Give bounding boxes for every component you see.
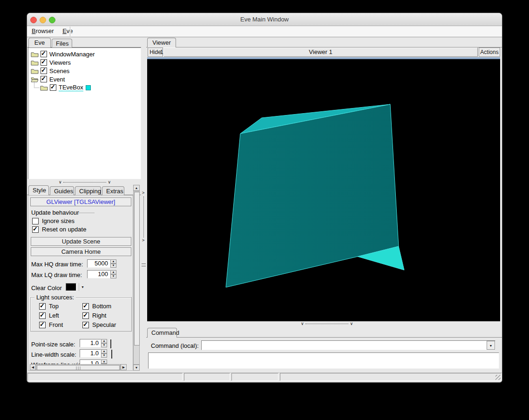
line-width-spinner[interactable]: ▲ ▼ bbox=[101, 349, 107, 358]
collapse-right-icon[interactable]: > bbox=[142, 238, 144, 242]
scrollbar-track[interactable] bbox=[36, 364, 121, 370]
light-bottom-row[interactable]: Bottom bbox=[82, 303, 111, 310]
tree-item-windowmanager[interactable]: WindowManager bbox=[31, 50, 95, 58]
tree-item-label[interactable]: Event bbox=[49, 76, 65, 83]
reset-on-update-checkbox[interactable] bbox=[32, 226, 39, 233]
menu-eve[interactable]: Eve bbox=[62, 27, 73, 34]
tab-extras[interactable]: Extras bbox=[102, 186, 124, 195]
splitter-grip[interactable] bbox=[142, 264, 146, 266]
line-width-field[interactable]: 1.0 bbox=[80, 349, 101, 358]
tree-item-viewers[interactable]: Viewers bbox=[31, 59, 71, 66]
tab-viewer-1[interactable]: Viewer 1 bbox=[147, 38, 176, 47]
ignore-sizes-row[interactable]: Ignore sizes bbox=[32, 217, 75, 224]
color-swatch[interactable] bbox=[86, 85, 91, 90]
left-splitter-handle[interactable]: ∨ ∨ bbox=[59, 180, 111, 185]
light-top-checkbox[interactable] bbox=[39, 303, 46, 310]
light-specular-row[interactable]: Specular bbox=[82, 321, 116, 328]
tree-checkbox[interactable] bbox=[41, 59, 47, 66]
point-size-field[interactable]: 1.0 bbox=[80, 339, 101, 347]
spin-up-icon[interactable]: ▲ bbox=[101, 359, 107, 364]
max-lq-field[interactable]: 100 bbox=[87, 270, 110, 278]
collapse-down-icon[interactable]: ∨ bbox=[350, 322, 353, 325]
viewer-title-bar[interactable]: Viewer 1 bbox=[163, 47, 478, 57]
tree-item-label[interactable]: TEveBox bbox=[59, 84, 83, 91]
tab-eve[interactable]: Eve bbox=[28, 38, 51, 47]
tree-item-tevebox[interactable]: TEveBox bbox=[40, 84, 91, 91]
spin-down-icon[interactable]: ▼ bbox=[101, 353, 107, 358]
light-left-checkbox[interactable] bbox=[39, 312, 46, 319]
collapse-down-icon[interactable]: ∨ bbox=[108, 180, 111, 184]
ignore-sizes-checkbox[interactable] bbox=[32, 218, 39, 224]
tab-command[interactable]: Command bbox=[147, 328, 177, 338]
light-front-row[interactable]: Front bbox=[39, 321, 63, 328]
scrollbar-track[interactable] bbox=[133, 191, 140, 365]
max-lq-spinner[interactable]: ▲ ▼ bbox=[110, 270, 116, 278]
viewer-splitter-handle[interactable]: ∨ ∨ bbox=[301, 322, 353, 326]
scrollbar-thumb[interactable] bbox=[134, 192, 140, 345]
clear-color-swatch[interactable] bbox=[66, 283, 76, 291]
update-scene-button[interactable]: Update Scene bbox=[31, 237, 131, 246]
close-window-icon[interactable] bbox=[30, 17, 37, 23]
color-dropdown-arrow-icon[interactable]: ▼ bbox=[79, 283, 86, 291]
light-right-row[interactable]: Right bbox=[82, 312, 106, 319]
tree-item-label[interactable]: Scenes bbox=[49, 68, 69, 75]
title-bar[interactable]: Eve Main Window bbox=[27, 13, 502, 26]
collapse-down-icon[interactable]: ∨ bbox=[59, 180, 62, 184]
command-combobox[interactable]: ▼ bbox=[201, 340, 495, 350]
resize-grip[interactable] bbox=[495, 375, 501, 380]
tree-checkbox[interactable] bbox=[41, 76, 47, 82]
line-width-checkbox[interactable] bbox=[111, 350, 112, 359]
spin-up-icon[interactable]: ▲ bbox=[110, 259, 116, 264]
command-input[interactable] bbox=[201, 340, 495, 350]
spin-up-icon[interactable]: ▲ bbox=[101, 349, 107, 353]
style-panel-vscrollbar[interactable]: ▲ ▼ bbox=[133, 185, 140, 371]
max-hq-spinner[interactable]: ▲ ▼ bbox=[110, 259, 116, 268]
light-top-row[interactable]: Top bbox=[39, 303, 59, 310]
minimize-window-icon[interactable] bbox=[40, 17, 46, 23]
reset-on-update-row[interactable]: Reset on update bbox=[32, 226, 86, 233]
tab-baseline bbox=[146, 337, 502, 338]
scroll-up-icon[interactable]: ▲ bbox=[133, 185, 140, 191]
spin-down-icon[interactable]: ▼ bbox=[101, 343, 107, 347]
tree-checkbox[interactable] bbox=[50, 84, 56, 91]
tab-guides[interactable]: Guides bbox=[50, 186, 74, 195]
light-bottom-checkbox[interactable] bbox=[82, 303, 89, 310]
menu-browser[interactable]: Browser bbox=[32, 27, 54, 34]
light-right-checkbox[interactable] bbox=[82, 312, 89, 319]
collapse-right-icon[interactable]: > bbox=[142, 191, 144, 195]
spin-up-icon[interactable]: ▲ bbox=[101, 339, 107, 343]
light-specular-checkbox[interactable] bbox=[82, 322, 89, 328]
tree-item-label[interactable]: Viewers bbox=[49, 59, 71, 66]
light-front-checkbox[interactable] bbox=[39, 322, 46, 328]
maximize-window-icon[interactable] bbox=[49, 17, 55, 23]
spin-up-icon[interactable]: ▲ bbox=[110, 270, 116, 274]
light-front-label: Front bbox=[49, 321, 63, 328]
style-panel-hscrollbar[interactable]: ◀ ▶ bbox=[30, 364, 127, 370]
thumb-grip bbox=[76, 366, 81, 370]
collapse-down-icon[interactable]: ∨ bbox=[301, 322, 304, 325]
camera-home-button[interactable]: Camera Home bbox=[31, 247, 131, 256]
gl-viewport[interactable] bbox=[147, 59, 500, 321]
spin-down-icon[interactable]: ▼ bbox=[110, 274, 116, 278]
glviewer-button[interactable]: GLViewer [TGLSAViewer] bbox=[30, 197, 131, 206]
main-vertical-splitter[interactable]: > > bbox=[141, 37, 146, 373]
combo-dropdown-icon[interactable]: ▼ bbox=[487, 341, 495, 350]
tree-item-label[interactable]: WindowManager bbox=[49, 51, 95, 58]
light-left-row[interactable]: Left bbox=[39, 312, 59, 319]
tab-style[interactable]: Style bbox=[28, 185, 49, 195]
tree-item-scenes[interactable]: Scenes bbox=[31, 67, 69, 75]
tab-clipping[interactable]: Clipping bbox=[75, 186, 101, 195]
tree-checkbox[interactable] bbox=[41, 68, 47, 74]
max-hq-field[interactable]: 5000 bbox=[87, 259, 110, 268]
splitter-dots bbox=[143, 196, 144, 237]
point-size-checkbox[interactable] bbox=[110, 339, 111, 348]
scrollbar-thumb[interactable] bbox=[37, 365, 120, 370]
scroll-left-icon[interactable]: ◀ bbox=[30, 364, 36, 370]
scroll-right-icon[interactable]: ▶ bbox=[121, 364, 127, 370]
actions-button[interactable]: Actions bbox=[479, 47, 500, 57]
scroll-down-icon[interactable]: ▼ bbox=[133, 365, 140, 371]
point-size-spinner[interactable]: ▲ ▼ bbox=[101, 339, 107, 347]
spin-down-icon[interactable]: ▼ bbox=[110, 264, 116, 268]
tab-files[interactable]: Files bbox=[52, 39, 72, 47]
tree-checkbox[interactable] bbox=[41, 51, 47, 57]
